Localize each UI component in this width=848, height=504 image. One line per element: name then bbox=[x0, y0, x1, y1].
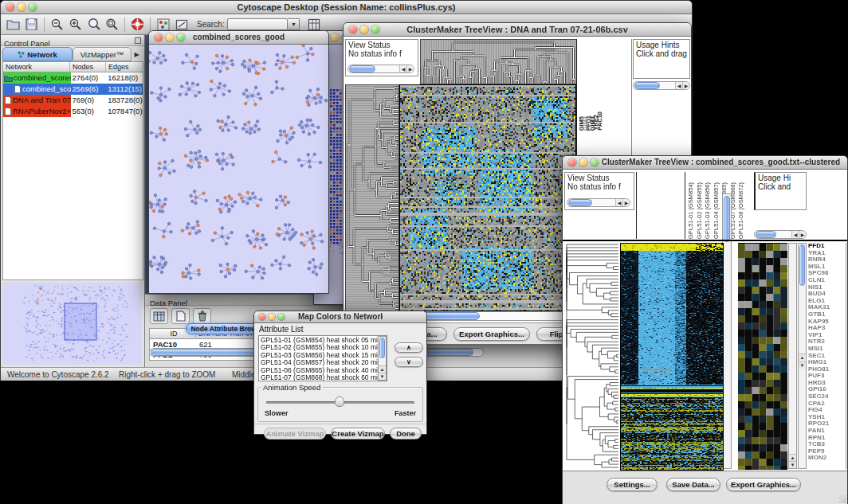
speed-slider-thumb[interactable] bbox=[335, 397, 344, 407]
network-edges-count: 107847(0) bbox=[106, 106, 143, 117]
tab-overflow-icon[interactable]: ▶ bbox=[132, 47, 142, 61]
float-panel-icon[interactable] bbox=[135, 37, 141, 44]
zoom-window-icon[interactable] bbox=[591, 158, 599, 166]
tv1-row-dendrogram[interactable] bbox=[345, 84, 399, 311]
minimize-icon[interactable] bbox=[331, 33, 339, 41]
tv2-button-bar: Settings... Save Data... Export Graphics… bbox=[563, 471, 847, 504]
animate-vizmap-button[interactable]: Animate Vizmap bbox=[264, 428, 326, 440]
close-icon[interactable] bbox=[349, 25, 357, 33]
tv2-row-dendrogram[interactable] bbox=[564, 243, 618, 469]
slower-label: Slower bbox=[265, 409, 289, 417]
move-up-button[interactable]: ∧ bbox=[395, 342, 423, 353]
help-lifesaver-icon[interactable] bbox=[128, 17, 147, 33]
save-icon[interactable] bbox=[22, 17, 41, 33]
zoom-window-icon[interactable] bbox=[371, 25, 379, 33]
tv2-save-data-button[interactable]: Save Data... bbox=[666, 478, 720, 491]
minimize-icon[interactable] bbox=[269, 314, 275, 320]
zoom-out-icon[interactable] bbox=[48, 17, 66, 33]
network-list-row[interactable]: RNAPuberNov2+563(0)107847(0) bbox=[3, 106, 143, 117]
network-nodes-count: 563(0) bbox=[71, 106, 107, 117]
control-panel: Control Panel Network VizMapper™ ▶ Netwo… bbox=[1, 35, 145, 367]
dialog-titlebar[interactable]: Map Colors to Network bbox=[254, 311, 426, 323]
attribute-list-item[interactable]: GPL51-07 (GSM868) heat shock 60 min bbox=[261, 374, 385, 381]
treeview1-titlebar[interactable]: ClusterMaker TreeView : DNA and Tran 07-… bbox=[344, 23, 691, 37]
delete-attribute-icon[interactable] bbox=[193, 308, 211, 324]
tv2-zoom-vscrollbar[interactable]: ▲▼ bbox=[788, 243, 797, 469]
network-name: DNA and Tran 07 bbox=[13, 95, 71, 106]
create-vizmap-button[interactable]: Create Vizmap bbox=[331, 428, 385, 440]
tv2-genelist-vscrollbar[interactable]: ▲ ▼ bbox=[798, 243, 807, 469]
network-window-1: combined_scores_good.txt--cluste... bbox=[148, 30, 329, 294]
minimize-icon[interactable] bbox=[18, 3, 26, 11]
animation-speed-label: Animation Speed bbox=[261, 383, 323, 392]
tv1-column-dendrogram[interactable] bbox=[420, 39, 578, 84]
tv2-heatmap[interactable] bbox=[620, 243, 724, 471]
network-edges-count: 13112(15) bbox=[106, 84, 143, 95]
network-table-header[interactable]: Network Nodes Edges bbox=[3, 62, 143, 72]
network-list-row[interactable]: DNA and Tran 07769(0)183728(0) bbox=[3, 95, 143, 106]
zoom-fit-icon[interactable] bbox=[103, 17, 121, 33]
close-icon[interactable] bbox=[155, 33, 163, 41]
resize-grip[interactable] bbox=[838, 495, 846, 503]
network-edges-count: 183728(0) bbox=[106, 95, 143, 106]
zoom-selected-icon[interactable] bbox=[84, 17, 103, 33]
network-nodes-count: 2569(6) bbox=[71, 84, 107, 95]
attribute-list-label: Attribute List bbox=[259, 325, 304, 334]
zoom-window-icon[interactable] bbox=[177, 33, 185, 41]
search-input[interactable] bbox=[227, 18, 288, 30]
close-icon[interactable] bbox=[568, 158, 576, 166]
treeview2-window: ClusterMaker TreeView : combined_scores_… bbox=[562, 155, 848, 504]
tv2-gene-list[interactable]: PFD1YRA1RNR4MSL1SPC98CLN1NIS1BUD4ELG1MAK… bbox=[808, 243, 846, 469]
tv2-zoomed-heatmap[interactable] bbox=[738, 243, 787, 470]
tv2-gene-label[interactable]: MON2 bbox=[808, 455, 846, 462]
minimize-icon[interactable] bbox=[360, 25, 368, 33]
tv1-usage-hints: Usage Hints Click and drag tc bbox=[633, 39, 690, 79]
attribute-select-icon[interactable] bbox=[150, 308, 168, 324]
close-icon[interactable] bbox=[259, 314, 265, 320]
treeview2-titlebar[interactable]: ClusterMaker TreeView : combined_scores_… bbox=[563, 156, 847, 170]
new-attribute-icon[interactable] bbox=[171, 308, 190, 324]
network1-canvas[interactable] bbox=[149, 45, 328, 293]
minimize-icon[interactable] bbox=[166, 33, 174, 41]
tv2-column-tree-area[interactable] bbox=[636, 172, 685, 239]
done-button[interactable]: Done bbox=[390, 428, 422, 440]
tv2-column-label: GPL51-08 (GSM872) bbox=[738, 182, 747, 239]
attribute-listbox[interactable]: GPL51-01 (GSM854) heat shock 05 minGPL51… bbox=[258, 335, 387, 381]
zoom-in-icon[interactable] bbox=[66, 17, 84, 33]
tv2-status-hscrollbar[interactable]: ◀▶ bbox=[567, 198, 630, 207]
network-nodes-count: 769(0) bbox=[71, 95, 107, 106]
network-list-row[interactable]: combined_scores2764(0)16218(0) bbox=[3, 72, 143, 84]
zoom-window-icon[interactable] bbox=[29, 3, 37, 11]
tab-network[interactable]: Network bbox=[2, 47, 73, 61]
tv2-export-graphics-button[interactable]: Export Graphics... bbox=[726, 478, 801, 491]
network-list-row[interactable]: combined_sco2569(6)13112(15) bbox=[3, 84, 143, 95]
tv2-usage-hints: Usage Hi Click and bbox=[754, 172, 807, 210]
close-icon[interactable] bbox=[6, 3, 14, 11]
data-panel-title: Data Panel bbox=[145, 299, 187, 307]
attribute-list-vscrollbar[interactable]: ▲▼ bbox=[378, 336, 387, 381]
status-welcome: Welcome to Cytoscape 2.6.2 bbox=[7, 370, 109, 379]
open-icon[interactable] bbox=[4, 17, 22, 33]
minimize-icon[interactable] bbox=[579, 158, 587, 166]
treeview1-title: ClusterMaker TreeView : DNA and Tran 07-… bbox=[387, 25, 647, 34]
tv2-column-labels: GPL51-01 (GSM854)GPL51-02 (GSM855)GPL51-… bbox=[688, 172, 750, 239]
tv2-settings-button[interactable]: Settings... bbox=[607, 478, 658, 491]
window-controls[interactable] bbox=[6, 3, 37, 11]
search-label: Search: bbox=[197, 20, 224, 29]
search-dropdown-icon[interactable]: ▼ bbox=[288, 18, 300, 30]
tab-vizmapper[interactable]: VizMapper™ bbox=[73, 47, 132, 61]
zoom-window-icon[interactable] bbox=[278, 314, 285, 320]
main-titlebar[interactable]: Cytoscape Desktop (Session Name: collins… bbox=[1, 1, 692, 14]
tv1-status-hscrollbar[interactable]: ◀▶ bbox=[347, 64, 414, 73]
tv1-column-labels: GIM5GIM4PFD1GIM3YKE2PAC10 bbox=[579, 39, 603, 131]
tv1-column-label: PAC10 bbox=[597, 111, 601, 131]
network-overview-thumbnail[interactable] bbox=[2, 283, 142, 365]
move-down-button[interactable]: ∨ bbox=[395, 357, 423, 367]
map-colors-dialog: Map Colors to Network Attribute List GPL… bbox=[253, 311, 427, 435]
tv1-export-graphics-button[interactable]: Export Graphics... bbox=[453, 327, 530, 341]
tv1-heatmap[interactable] bbox=[399, 84, 576, 311]
tv1-usage-hscrollbar[interactable]: ◀▶ bbox=[633, 81, 690, 90]
tv2-usage-hscrollbar[interactable]: ◀▶ bbox=[754, 230, 807, 239]
network-name: combined_scores bbox=[14, 72, 71, 84]
network1-titlebar[interactable]: combined_scores_good.txt--cluste... bbox=[149, 31, 328, 45]
